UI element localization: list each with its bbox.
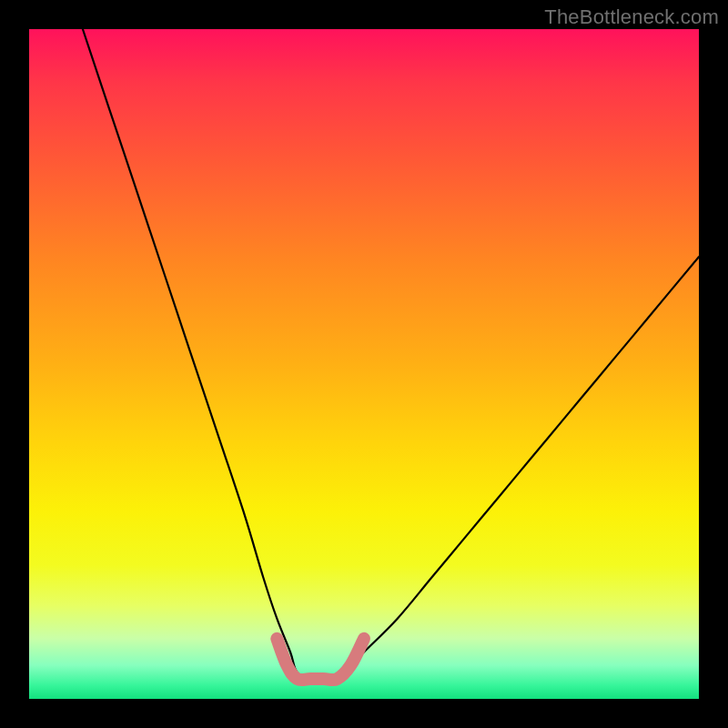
curve-layer: [29, 29, 699, 699]
watermark-label: TheBottleneck.com: [544, 5, 719, 29]
plot-area: [29, 29, 699, 699]
optimal-zone-curve: [277, 639, 364, 680]
chart-frame: TheBottleneck.com: [0, 0, 728, 728]
bottleneck-curve: [83, 29, 699, 680]
